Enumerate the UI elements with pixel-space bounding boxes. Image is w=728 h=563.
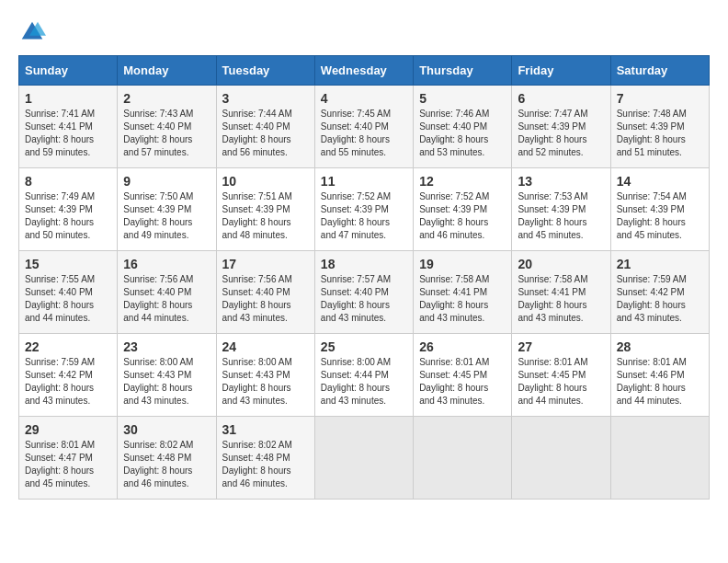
day-info: Sunrise: 7:59 AMSunset: 4:42 PMDaylight:… xyxy=(617,273,703,325)
day-number: 14 xyxy=(617,174,703,189)
day-number: 18 xyxy=(321,257,407,271)
calendar-cell: 22 Sunrise: 7:59 AMSunset: 4:42 PMDaylig… xyxy=(19,334,118,417)
day-number: 2 xyxy=(123,91,210,106)
day-header-monday: Monday xyxy=(118,56,216,86)
calendar-cell: 11 Sunrise: 7:52 AMSunset: 4:39 PMDaylig… xyxy=(314,168,413,251)
day-number: 27 xyxy=(518,339,604,354)
calendar-cell: 3 Sunrise: 7:44 AMSunset: 4:40 PMDayligh… xyxy=(216,86,314,168)
day-number: 17 xyxy=(222,257,309,271)
day-number: 6 xyxy=(518,91,604,106)
day-info: Sunrise: 7:43 AMSunset: 4:40 PMDaylight:… xyxy=(123,108,210,159)
day-number: 22 xyxy=(25,339,111,354)
day-info: Sunrise: 7:45 AMSunset: 4:40 PMDaylight:… xyxy=(321,108,407,159)
day-info: Sunrise: 7:53 AMSunset: 4:39 PMDaylight:… xyxy=(518,190,604,242)
week-row-4: 22 Sunrise: 7:59 AMSunset: 4:42 PMDaylig… xyxy=(19,334,710,417)
calendar-cell: 24 Sunrise: 8:00 AMSunset: 4:43 PMDaylig… xyxy=(216,334,314,417)
day-number: 29 xyxy=(25,422,111,437)
calendar-cell: 31 Sunrise: 8:02 AMSunset: 4:48 PMDaylig… xyxy=(216,417,314,500)
day-info: Sunrise: 8:00 AMSunset: 4:43 PMDaylight:… xyxy=(222,356,309,408)
day-header-thursday: Thursday xyxy=(414,56,512,86)
day-info: Sunrise: 8:00 AMSunset: 4:43 PMDaylight:… xyxy=(123,356,210,408)
day-number: 21 xyxy=(617,257,703,271)
day-info: Sunrise: 7:56 AMSunset: 4:40 PMDaylight:… xyxy=(222,273,309,325)
day-number: 30 xyxy=(123,422,210,437)
day-info: Sunrise: 7:57 AMSunset: 4:40 PMDaylight:… xyxy=(321,273,407,325)
day-number: 1 xyxy=(25,91,111,106)
calendar-cell xyxy=(512,417,610,500)
day-number: 20 xyxy=(518,257,604,271)
calendar-cell: 21 Sunrise: 7:59 AMSunset: 4:42 PMDaylig… xyxy=(610,251,709,334)
day-info: Sunrise: 8:02 AMSunset: 4:48 PMDaylight:… xyxy=(222,439,309,490)
day-header-wednesday: Wednesday xyxy=(314,56,413,86)
day-info: Sunrise: 8:01 AMSunset: 4:47 PMDaylight:… xyxy=(25,439,111,490)
calendar-cell: 7 Sunrise: 7:48 AMSunset: 4:39 PMDayligh… xyxy=(610,86,709,168)
day-number: 25 xyxy=(321,339,407,354)
day-number: 23 xyxy=(123,339,210,354)
day-info: Sunrise: 7:58 AMSunset: 4:41 PMDaylight:… xyxy=(518,273,604,325)
calendar-cell: 15 Sunrise: 7:55 AMSunset: 4:40 PMDaylig… xyxy=(19,251,118,334)
day-header-tuesday: Tuesday xyxy=(216,56,314,86)
calendar-cell: 16 Sunrise: 7:56 AMSunset: 4:40 PMDaylig… xyxy=(118,251,216,334)
day-number: 16 xyxy=(123,257,210,271)
day-info: Sunrise: 7:47 AMSunset: 4:39 PMDaylight:… xyxy=(518,108,604,159)
day-info: Sunrise: 7:44 AMSunset: 4:40 PMDaylight:… xyxy=(222,108,309,159)
calendar-cell: 2 Sunrise: 7:43 AMSunset: 4:40 PMDayligh… xyxy=(118,86,216,168)
day-number: 31 xyxy=(222,422,309,437)
calendar-cell xyxy=(314,417,413,500)
day-info: Sunrise: 7:55 AMSunset: 4:40 PMDaylight:… xyxy=(25,273,111,325)
calendar-cell: 14 Sunrise: 7:54 AMSunset: 4:39 PMDaylig… xyxy=(610,168,709,251)
calendar-cell: 4 Sunrise: 7:45 AMSunset: 4:40 PMDayligh… xyxy=(314,86,413,168)
calendar-cell: 19 Sunrise: 7:58 AMSunset: 4:41 PMDaylig… xyxy=(414,251,512,334)
calendar-cell xyxy=(610,417,709,500)
days-header-row: SundayMondayTuesdayWednesdayThursdayFrid… xyxy=(19,56,710,86)
day-number: 5 xyxy=(419,91,506,106)
calendar-cell: 30 Sunrise: 8:02 AMSunset: 4:48 PMDaylig… xyxy=(118,417,216,500)
day-info: Sunrise: 7:52 AMSunset: 4:39 PMDaylight:… xyxy=(419,190,506,242)
day-info: Sunrise: 7:41 AMSunset: 4:41 PMDaylight:… xyxy=(25,108,111,159)
calendar-cell: 28 Sunrise: 8:01 AMSunset: 4:46 PMDaylig… xyxy=(610,334,709,417)
day-number: 26 xyxy=(419,339,506,354)
week-row-5: 29 Sunrise: 8:01 AMSunset: 4:47 PMDaylig… xyxy=(19,417,710,500)
day-info: Sunrise: 8:02 AMSunset: 4:48 PMDaylight:… xyxy=(123,439,210,490)
day-number: 8 xyxy=(25,174,111,189)
day-number: 3 xyxy=(222,91,309,106)
calendar-cell xyxy=(414,417,512,500)
week-row-2: 8 Sunrise: 7:49 AMSunset: 4:39 PMDayligh… xyxy=(19,168,710,251)
day-header-friday: Friday xyxy=(512,56,610,86)
day-info: Sunrise: 7:50 AMSunset: 4:39 PMDaylight:… xyxy=(123,190,210,242)
day-info: Sunrise: 8:01 AMSunset: 4:45 PMDaylight:… xyxy=(518,356,604,408)
calendar-cell: 1 Sunrise: 7:41 AMSunset: 4:41 PMDayligh… xyxy=(19,86,118,168)
day-info: Sunrise: 7:52 AMSunset: 4:39 PMDaylight:… xyxy=(321,190,407,242)
day-number: 12 xyxy=(419,174,506,189)
calendar-table: SundayMondayTuesdayWednesdayThursdayFrid… xyxy=(18,55,710,500)
day-info: Sunrise: 7:56 AMSunset: 4:40 PMDaylight:… xyxy=(123,273,210,325)
day-number: 24 xyxy=(222,339,309,354)
logo xyxy=(18,18,50,46)
day-number: 15 xyxy=(25,257,111,271)
day-header-sunday: Sunday xyxy=(19,56,118,86)
day-info: Sunrise: 7:48 AMSunset: 4:39 PMDaylight:… xyxy=(617,108,703,159)
calendar-cell: 25 Sunrise: 8:00 AMSunset: 4:44 PMDaylig… xyxy=(314,334,413,417)
week-row-3: 15 Sunrise: 7:55 AMSunset: 4:40 PMDaylig… xyxy=(19,251,710,334)
day-number: 13 xyxy=(518,174,604,189)
day-number: 11 xyxy=(321,174,407,189)
calendar-cell: 26 Sunrise: 8:01 AMSunset: 4:45 PMDaylig… xyxy=(414,334,512,417)
day-header-saturday: Saturday xyxy=(610,56,709,86)
day-number: 28 xyxy=(617,339,703,354)
day-info: Sunrise: 7:46 AMSunset: 4:40 PMDaylight:… xyxy=(419,108,506,159)
day-info: Sunrise: 7:54 AMSunset: 4:39 PMDaylight:… xyxy=(617,190,703,242)
calendar-cell: 12 Sunrise: 7:52 AMSunset: 4:39 PMDaylig… xyxy=(414,168,512,251)
day-number: 7 xyxy=(617,91,703,106)
calendar-cell: 17 Sunrise: 7:56 AMSunset: 4:40 PMDaylig… xyxy=(216,251,314,334)
calendar-cell: 6 Sunrise: 7:47 AMSunset: 4:39 PMDayligh… xyxy=(512,86,610,168)
calendar-cell: 18 Sunrise: 7:57 AMSunset: 4:40 PMDaylig… xyxy=(314,251,413,334)
logo-icon xyxy=(18,18,46,46)
calendar-cell: 29 Sunrise: 8:01 AMSunset: 4:47 PMDaylig… xyxy=(19,417,118,500)
day-number: 4 xyxy=(321,91,407,106)
week-row-1: 1 Sunrise: 7:41 AMSunset: 4:41 PMDayligh… xyxy=(19,86,710,168)
header xyxy=(18,18,710,46)
day-info: Sunrise: 8:00 AMSunset: 4:44 PMDaylight:… xyxy=(321,356,407,408)
calendar-cell: 8 Sunrise: 7:49 AMSunset: 4:39 PMDayligh… xyxy=(19,168,118,251)
calendar-cell: 9 Sunrise: 7:50 AMSunset: 4:39 PMDayligh… xyxy=(118,168,216,251)
day-info: Sunrise: 7:49 AMSunset: 4:39 PMDaylight:… xyxy=(25,190,111,242)
